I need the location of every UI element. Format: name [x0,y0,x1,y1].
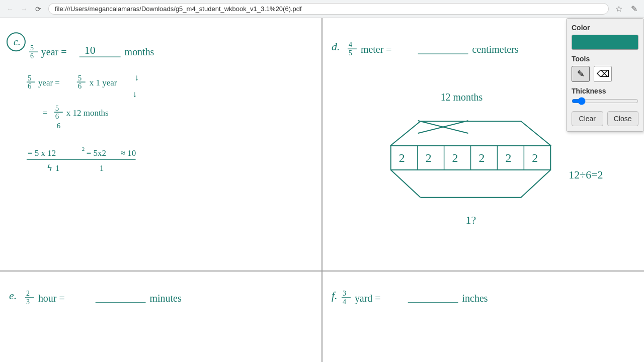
panel-e: e. 2 3 hour = minutes [0,272,323,362]
pdf-top-row: c. 5 6 year = 10 months 5 6 year = [0,18,644,272]
svg-text:4: 4 [349,41,352,48]
svg-text:6: 6 [55,112,59,120]
svg-text:year =: year = [41,46,67,58]
svg-text:2: 2 [505,151,511,164]
panel-c-svg: c. 5 6 year = 10 months 5 6 year = [0,18,321,270]
pdf-bottom-row: e. 2 3 hour = minutes f. 3 [0,272,644,362]
svg-text:f.: f. [332,289,338,302]
tools-label: Tools [572,55,638,63]
refresh-button[interactable]: ⟳ [32,3,44,15]
svg-rect-46 [391,146,551,170]
svg-text:= 5x2: = 5x2 [87,148,106,158]
svg-text:5: 5 [28,74,31,82]
svg-text:x 12 months: x 12 months [66,108,109,118]
svg-text:c.: c. [14,36,21,47]
close-button[interactable]: Close [607,111,639,126]
svg-text:↓: ↓ [133,89,137,99]
svg-text:ϟ: ϟ [47,163,52,173]
svg-text:6: 6 [78,82,82,90]
svg-text:months: months [125,46,154,57]
svg-text:1: 1 [100,163,104,173]
panel-e-svg: e. 2 3 hour = minutes [0,272,321,362]
panel-f-svg: f. 3 4 yard = inches [323,272,644,362]
svg-text:12 months: 12 months [441,92,483,103]
svg-text:6: 6 [57,122,61,130]
svg-text:10: 10 [85,44,96,56]
content-area: Color Tools ✎ ⌫ Thickness Clear Close c. [0,18,644,362]
svg-text:minutes: minutes [150,293,182,304]
svg-text:4: 4 [343,298,346,306]
pen-tool-button[interactable]: ✎ [572,66,590,82]
svg-text:≈ 10: ≈ 10 [121,148,136,158]
svg-point-0 [7,33,25,51]
back-button[interactable]: ← [4,3,16,15]
thickness-label: Thickness [572,87,638,95]
forward-button[interactable]: → [18,3,30,15]
svg-text:year =: year = [38,78,60,87]
svg-text:6: 6 [30,52,34,60]
svg-text:centimeters: centimeters [472,44,519,55]
svg-text:1: 1 [55,163,59,173]
svg-text:2: 2 [26,290,30,297]
svg-text:5: 5 [349,49,352,57]
svg-text:5: 5 [78,74,82,82]
panel-buttons: Clear Close [572,111,638,126]
svg-line-58 [391,170,421,198]
svg-text:e.: e. [9,289,17,302]
annotation-toolbar: Color Tools ✎ ⌫ Thickness Clear Close [566,18,644,132]
bookmark-button[interactable]: ☆ [613,3,625,15]
browser-toolbar: ← → ⟳ file:///Users/megancalamaras/Downl… [0,0,644,18]
svg-text:↓: ↓ [135,73,139,82]
svg-text:12÷6=2: 12÷6=2 [569,168,603,181]
tools-row: ✎ ⌫ [572,66,638,82]
svg-text:2: 2 [452,151,458,164]
svg-text:yard =: yard = [355,293,381,304]
svg-text:hour =: hour = [38,293,65,304]
color-swatch[interactable] [572,35,638,50]
svg-text:5: 5 [30,44,34,52]
svg-text:6: 6 [28,82,32,90]
svg-text:d.: d. [332,40,340,53]
svg-line-45 [521,121,551,146]
svg-line-59 [521,170,550,198]
svg-text:x 1 year: x 1 year [90,78,117,87]
svg-text:2: 2 [82,146,85,152]
svg-text:=: = [43,108,48,118]
svg-text:2: 2 [532,151,538,164]
svg-text:3: 3 [26,298,30,306]
thickness-slider[interactable] [572,97,638,105]
panel-c: c. 5 6 year = 10 months 5 6 year = [0,18,323,270]
svg-text:5: 5 [55,104,59,112]
svg-text:2: 2 [399,151,405,164]
svg-text:2: 2 [479,151,485,164]
address-bar[interactable]: file:///Users/megancalamaras/Downloads/g… [48,3,609,15]
svg-text:meter =: meter = [361,44,392,55]
browser-actions: ☆ ✎ [613,3,640,15]
panel-f: f. 3 4 yard = inches [323,272,644,362]
annotate-button[interactable]: ✎ [628,3,640,15]
svg-line-44 [390,121,421,146]
pdf-viewer: c. 5 6 year = 10 months 5 6 year = [0,18,644,362]
eraser-tool-button[interactable]: ⌫ [594,66,612,82]
color-label: Color [572,24,638,32]
svg-text:1?: 1? [466,214,476,226]
svg-line-41 [418,121,468,133]
svg-text:2: 2 [426,151,432,164]
svg-line-42 [418,121,468,133]
nav-buttons: ← → ⟳ [4,3,44,15]
clear-button[interactable]: Clear [572,111,603,126]
svg-text:inches: inches [462,293,488,304]
svg-text:3: 3 [343,290,346,297]
svg-text:= 5 x 12: = 5 x 12 [28,148,56,158]
